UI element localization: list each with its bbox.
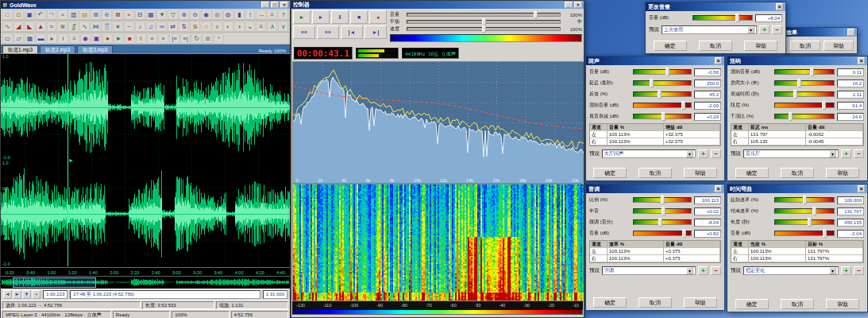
preset-dropdown[interactable]: 恒定变化▾: [743, 266, 839, 275]
volume-shape-icon[interactable]: ∿: [2, 21, 13, 32]
minimize-button[interactable]: _: [565, 2, 573, 8]
rewind-button[interactable]: ««: [293, 25, 315, 39]
parameter-value[interactable]: 131.797: [837, 207, 864, 215]
noise-reduction-icon[interactable]: ▒: [102, 21, 112, 32]
stop-icon[interactable]: ■: [125, 33, 135, 44]
help-button[interactable]: 帮助: [684, 168, 717, 178]
parameter-slider[interactable]: [774, 231, 835, 236]
parameter-slider[interactable]: [774, 197, 835, 203]
parameter-slider[interactable]: [774, 91, 835, 97]
parameter-value[interactable]: 100.113: [694, 196, 721, 204]
preset-delete-button[interactable]: −: [711, 266, 721, 275]
cancel-button[interactable]: 取消: [781, 299, 814, 309]
grid-icon[interactable]: ⊞: [203, 33, 213, 44]
horizontal-zoom-icon[interactable]: ↔: [256, 10, 266, 20]
parameter-value[interactable]: 16.2: [837, 80, 864, 87]
reverb-icon[interactable]: ∬: [68, 21, 79, 32]
marker-end-icon[interactable]: ▽: [168, 10, 178, 20]
minimize-button[interactable]: _: [261, 2, 269, 8]
trim-icon[interactable]: ⊟: [135, 10, 145, 20]
parameter-value[interactable]: +8.04: [755, 14, 782, 22]
slider-thumb[interactable]: [665, 68, 669, 76]
pause-icon[interactable]: ‖: [136, 33, 146, 44]
slider-thumb[interactable]: [662, 112, 665, 121]
control-titlebar[interactable]: 控制器 _ ×: [291, 1, 584, 9]
selection-range-box[interactable]: 27:48 至 1:00.223 (4:52.756): [70, 290, 260, 299]
compressor-icon[interactable]: ∧: [267, 21, 277, 32]
help-button[interactable]: 帮助: [684, 297, 717, 308]
preset-dropdown[interactable]: 上次使用▾: [662, 25, 757, 34]
parameter-slider[interactable]: [633, 219, 692, 225]
parameter-value[interactable]: 24.6: [837, 113, 864, 121]
maximize-button[interactable]: □: [271, 2, 279, 8]
slider-thumb[interactable]: [658, 90, 662, 99]
new-icon[interactable]: □: [2, 10, 13, 20]
document-tab[interactable]: 轨道2.mp3: [40, 45, 75, 53]
sel-to-end-button[interactable]: ►: [13, 290, 21, 299]
parameter-value[interactable]: -2.00: [694, 102, 721, 110]
help-button[interactable]: 帮助: [744, 41, 777, 51]
drop-marker-button[interactable]: ▼: [22, 290, 31, 299]
expander-icon[interactable]: ∨: [278, 21, 288, 32]
parameter-slider[interactable]: [633, 197, 692, 203]
chevron-down-icon[interactable]: ▾: [829, 267, 836, 274]
parameter-value[interactable]: 61.4: [837, 102, 864, 110]
parameter-value[interactable]: 0.11: [837, 68, 864, 76]
selection-length-box[interactable]: 1:31.000: [263, 290, 287, 299]
parameter-value[interactable]: +0.02: [694, 207, 721, 215]
marker-start-icon[interactable]: ▼: [156, 10, 167, 20]
preset-add-button[interactable]: +: [841, 266, 851, 275]
parameter-slider[interactable]: [774, 114, 835, 119]
preset-delete-button[interactable]: −: [854, 266, 864, 275]
parameter-value[interactable]: 250.0: [694, 80, 721, 87]
chevron-down-icon[interactable]: ▾: [686, 267, 693, 274]
parameter-slider[interactable]: [633, 208, 692, 214]
slider-thumb[interactable]: [789, 112, 793, 121]
pop-click-icon[interactable]: ∗: [113, 21, 123, 32]
slider-thumb[interactable]: [650, 79, 654, 87]
close-icon[interactable]: [847, 29, 854, 36]
dialog-titlebar[interactable]: 效果: [784, 28, 857, 37]
zoom-previous-icon[interactable]: ◍: [223, 10, 233, 20]
dialog-titlebar[interactable]: 混响 ×: [727, 56, 867, 65]
cue-points-icon[interactable]: ▸: [47, 33, 57, 44]
parameter-slider[interactable]: [774, 219, 835, 225]
maximize-volume-icon[interactable]: ▲: [36, 21, 46, 32]
parameter-value[interactable]: +0.29: [694, 113, 721, 121]
left-channel-waveform[interactable]: [1, 54, 290, 161]
slider-thumb[interactable]: [812, 207, 816, 215]
close-button[interactable]: ×: [574, 2, 582, 8]
fast-forward-icon[interactable]: »: [158, 33, 168, 44]
slider-thumb[interactable]: [793, 90, 797, 99]
preset-dropdown[interactable]: 音乐厅▾: [743, 149, 839, 158]
control-slider[interactable]: [407, 27, 561, 31]
parameter-slider[interactable]: [774, 208, 835, 214]
help-button[interactable]: 帮助: [824, 41, 854, 51]
dialog-titlebar[interactable]: 时间弯曲 ×: [727, 184, 867, 193]
parameter-value[interactable]: -8.04: [694, 219, 721, 227]
help-icon[interactable]: ?: [278, 10, 288, 20]
playhead-marker[interactable]: ►: [68, 54, 68, 266]
invert-icon[interactable]: ⇅: [179, 21, 189, 32]
right-channel[interactable]: 1.00.50.0-0.5-1.0: [1, 161, 290, 267]
equalizer-icon[interactable]: ≡: [256, 21, 266, 32]
chevron-down-icon[interactable]: ▾: [747, 26, 754, 33]
play-button[interactable]: ►: [293, 10, 311, 24]
help-button[interactable]: 帮助: [826, 168, 859, 178]
zoom-in-icon[interactable]: ⊕: [179, 10, 189, 20]
filter-icon[interactable]: ⋈: [91, 21, 101, 32]
fade-out-icon[interactable]: ◣: [25, 21, 35, 32]
slider-thumb[interactable]: [823, 229, 827, 238]
cascade-windows-icon[interactable]: ▱: [14, 33, 24, 44]
slider-thumb[interactable]: [534, 11, 538, 18]
slider-thumb[interactable]: [735, 14, 739, 22]
editor-titlebar[interactable]: GoldWave _ □ ×: [1, 1, 290, 9]
go-start-icon[interactable]: |«: [169, 33, 179, 44]
reverse-icon[interactable]: ⇄: [168, 21, 178, 32]
preset-add-button[interactable]: +: [698, 266, 708, 275]
select-all-icon[interactable]: ▦: [146, 10, 156, 20]
offset-icon[interactable]: ±: [212, 21, 222, 32]
left-channel[interactable]: 1.00.50.0-0.5-1.0: [1, 54, 290, 161]
preset-delete-button[interactable]: −: [854, 149, 864, 158]
match-volume-icon[interactable]: ≈: [47, 21, 57, 32]
